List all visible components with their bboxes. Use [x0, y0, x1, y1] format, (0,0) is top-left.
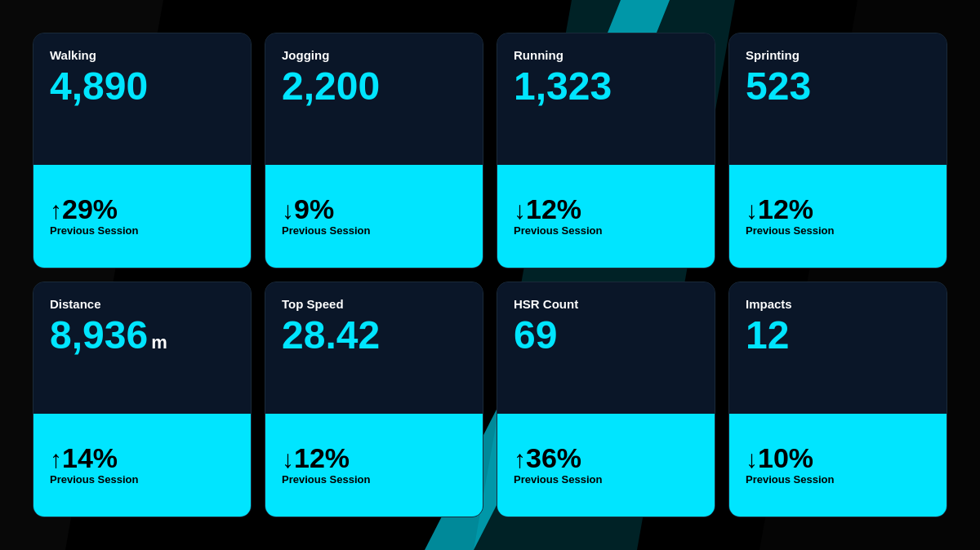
card-arrow-jogging: ↓: [282, 197, 294, 224]
card-value-hsr-count: 69: [514, 316, 698, 355]
card-bottom-impacts: ↓10% Previous Session: [729, 414, 947, 517]
card-label-impacts: Impacts: [746, 297, 930, 311]
card-impacts: Impacts 12 ↓10% Previous Session: [728, 282, 947, 517]
card-value-top-speed: 28.42: [282, 316, 466, 355]
card-hsr-count: HSR Count 69 ↑36% Previous Session: [497, 282, 715, 517]
card-label-distance: Distance: [50, 297, 234, 311]
card-session-impacts: Previous Session: [746, 473, 930, 486]
card-top-jogging: Jogging 2,200: [265, 33, 483, 165]
card-arrow-walking: ↑: [50, 197, 62, 224]
card-session-sprinting: Previous Session: [746, 224, 930, 237]
card-change-impacts: ↓10%: [746, 444, 930, 472]
card-label-sprinting: Sprinting: [746, 48, 930, 62]
card-value-jogging: 2,200: [282, 67, 466, 106]
card-value-sprinting: 523: [746, 67, 930, 106]
card-value-impacts: 12: [746, 316, 930, 355]
card-bottom-distance: ↑14% Previous Session: [33, 414, 251, 517]
card-value-walking: 4,890: [50, 67, 234, 106]
card-running: Running 1,323 ↓12% Previous Session: [497, 33, 715, 268]
card-session-distance: Previous Session: [50, 473, 234, 486]
card-top-top-speed: Top Speed 28.42: [265, 282, 483, 414]
card-top-speed: Top Speed 28.42 ↓12% Previous Session: [265, 282, 483, 517]
card-label-top-speed: Top Speed: [282, 297, 466, 311]
card-change-hsr-count: ↑36%: [514, 444, 698, 472]
card-label-jogging: Jogging: [282, 48, 466, 62]
card-bottom-top-speed: ↓12% Previous Session: [265, 414, 483, 517]
card-arrow-hsr-count: ↑: [514, 446, 526, 472]
card-top-impacts: Impacts 12: [729, 282, 947, 414]
card-session-top-speed: Previous Session: [282, 473, 466, 486]
card-bottom-running: ↓12% Previous Session: [497, 165, 715, 268]
metrics-grid: Walking 4,890 ↑29% Previous Session Jogg…: [0, 0, 980, 550]
card-bottom-hsr-count: ↑36% Previous Session: [497, 414, 715, 517]
card-change-distance: ↑14%: [50, 444, 234, 472]
card-session-hsr-count: Previous Session: [514, 473, 698, 486]
card-arrow-sprinting: ↓: [746, 197, 758, 224]
card-arrow-impacts: ↓: [746, 446, 758, 472]
card-label-running: Running: [514, 48, 698, 62]
card-distance: Distance 8,936m ↑14% Previous Session: [33, 282, 252, 517]
card-arrow-distance: ↑: [50, 446, 62, 472]
card-walking: Walking 4,890 ↑29% Previous Session: [33, 33, 252, 268]
card-jogging: Jogging 2,200 ↓9% Previous Session: [265, 33, 483, 268]
card-change-jogging: ↓9%: [282, 195, 466, 223]
card-value-running: 1,323: [514, 67, 698, 106]
card-change-running: ↓12%: [514, 195, 698, 223]
card-value-distance: 8,936m: [50, 316, 234, 355]
card-change-sprinting: ↓12%: [746, 195, 930, 223]
card-top-sprinting: Sprinting 523: [729, 33, 947, 165]
card-top-distance: Distance 8,936m: [33, 282, 251, 414]
card-top-walking: Walking 4,890: [33, 33, 251, 165]
card-bottom-walking: ↑29% Previous Session: [33, 165, 251, 268]
card-bottom-sprinting: ↓12% Previous Session: [729, 165, 947, 268]
card-change-walking: ↑29%: [50, 195, 234, 223]
card-session-walking: Previous Session: [50, 224, 234, 237]
card-label-walking: Walking: [50, 48, 234, 62]
card-sprinting: Sprinting 523 ↓12% Previous Session: [728, 33, 947, 268]
card-label-hsr-count: HSR Count: [514, 297, 698, 311]
card-change-top-speed: ↓12%: [282, 444, 466, 472]
card-session-jogging: Previous Session: [282, 224, 466, 237]
card-session-running: Previous Session: [514, 224, 698, 237]
card-bottom-jogging: ↓9% Previous Session: [265, 165, 483, 268]
card-arrow-top-speed: ↓: [282, 446, 294, 472]
card-top-hsr-count: HSR Count 69: [497, 282, 715, 414]
card-arrow-running: ↓: [514, 197, 526, 224]
card-top-running: Running 1,323: [497, 33, 715, 165]
